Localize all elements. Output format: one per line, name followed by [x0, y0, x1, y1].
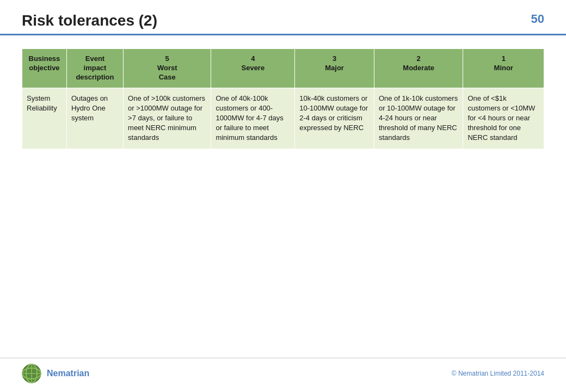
col-header-3-major: 3Major [295, 49, 374, 88]
table-row: System Reliability Outages on Hydro One … [22, 88, 544, 149]
nematrian-logo [22, 364, 41, 383]
footer-brand-name: Nematrian [47, 369, 89, 378]
cell-event-impact: Outages on Hydro One system [66, 88, 123, 149]
cell-3-major: 10k-40k customers or 10-100MW outage for… [295, 88, 374, 149]
col-header-1-minor: 1Minor [463, 49, 544, 88]
cell-1-minor: One of <$1k customers or <10MW for <4 ho… [463, 88, 544, 149]
col-header-4-severe: 4Severe [211, 49, 295, 88]
col-header-business-objective: Businessobjective [22, 49, 67, 88]
cell-5-worst: One of >100k customers or >1000MW outage… [124, 88, 211, 149]
slide-title: Risk tolerances (2) [22, 12, 157, 29]
col-header-5-worst: 5WorstCase [124, 49, 211, 88]
slide: Risk tolerances (2) 50 Businessobjective… [0, 0, 566, 392]
cell-business-objective: System Reliability [22, 88, 67, 149]
col-header-2-moderate: 2Moderate [374, 49, 463, 88]
slide-header: Risk tolerances (2) 50 [0, 0, 566, 35]
footer-brand-area: Nematrian [22, 364, 89, 383]
table-header-row: Businessobjective Eventimpactdescription… [22, 49, 544, 88]
footer-copyright: © Nematrian Limited 2011-2014 [452, 370, 544, 377]
slide-footer: Nematrian © Nematrian Limited 2011-2014 [0, 358, 566, 383]
col-header-event-impact: Eventimpactdescription [66, 49, 123, 88]
cell-4-severe: One of 40k-100k customers or 400-1000MW … [211, 88, 295, 149]
page-number: 50 [531, 12, 544, 26]
risk-table: Businessobjective Eventimpactdescription… [22, 48, 544, 149]
slide-content: Businessobjective Eventimpactdescription… [0, 35, 566, 160]
cell-2-moderate: One of 1k-10k customers or 10-100MW outa… [374, 88, 463, 149]
